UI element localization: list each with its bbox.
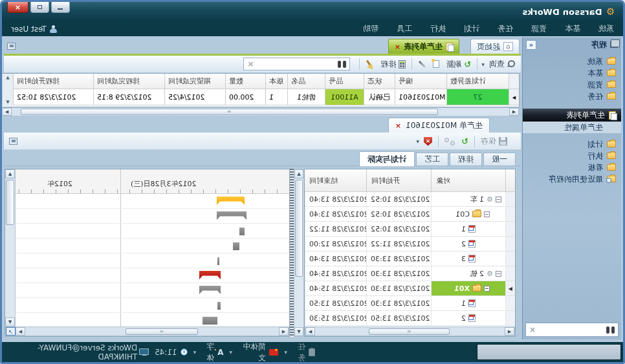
scroll-up-icon[interactable]: ▲ <box>5 169 15 178</box>
sidebar-search-input[interactable] <box>540 325 602 335</box>
cell-item-no[interactable]: A11001 <box>325 89 364 105</box>
menu-system[interactable]: 系统 <box>589 21 623 36</box>
sched-row[interactable]: −⚙2 铣 2012/3/28 13:30 2012/3/28 15:40 <box>305 266 515 281</box>
scroll-right-icon[interactable]: ▶ <box>305 327 315 336</box>
orders-vscrollbar[interactable]: ▲▼ <box>2 74 13 106</box>
menu-plan[interactable]: 计划 <box>455 21 488 36</box>
scroll-down-icon[interactable]: ▼ <box>294 327 303 336</box>
gantt-bar-task[interactable] <box>203 317 217 325</box>
col-object[interactable]: 对象 <box>431 169 505 191</box>
dropdown-icon[interactable]: ▼ <box>229 350 232 354</box>
status-font[interactable]: A 字体 ▼ <box>193 341 224 363</box>
scroll-right-icon[interactable]: ▶ <box>16 327 25 336</box>
cell-status[interactable]: 已确认 <box>364 89 395 105</box>
scroll-left-icon[interactable]: ◀ <box>279 327 289 336</box>
close-tab-icon[interactable]: × <box>395 43 400 51</box>
collapse-icon[interactable]: − <box>496 271 501 277</box>
query-dropdown-icon[interactable]: ▼ <box>481 62 485 67</box>
schedule-button[interactable]: 排程 <box>377 58 409 71</box>
sched-row[interactable]: 2 2012/3/28 11:22 2012/3/28 12:00 <box>305 237 515 252</box>
menu-basic[interactable]: 基本 <box>556 21 589 36</box>
refresh-button[interactable]: ↻ 刷新 <box>443 58 474 71</box>
col-start-time[interactable]: 开始时间 <box>366 169 431 191</box>
sched-row[interactable]: 2 2012/3/28 13:50 2012/3/28 15:30 <box>305 311 515 326</box>
menu-resource[interactable]: 资源 <box>522 21 556 36</box>
collapse-icon[interactable]: − <box>484 211 490 217</box>
sidebar-item-kanban[interactable]: 看板 <box>523 162 621 173</box>
sidebar-item-resource[interactable]: 资源 <box>523 79 621 91</box>
clear-filter-icon[interactable]: × <box>247 60 254 68</box>
status-task[interactable]: 任务 ▼ <box>284 341 315 363</box>
col-due[interactable]: 期望完成时间 <box>164 74 225 89</box>
minimize-button[interactable] <box>51 2 70 13</box>
scroll-thumb[interactable] <box>126 328 198 335</box>
cell-code[interactable]: M012031601 <box>395 89 446 105</box>
cell-sched-end[interactable]: 2012/3/29 8:15 <box>93 89 164 105</box>
sidebar-item-production-order-props[interactable]: 生产单属性 <box>523 122 621 133</box>
close-button[interactable]: × <box>7 2 28 13</box>
cell-due[interactable]: 2012/4/25 <box>164 89 225 105</box>
cell-version[interactable]: 1 <box>265 89 287 105</box>
save-button[interactable]: 保存 <box>477 134 510 148</box>
menu-help[interactable]: 帮助 <box>354 21 388 36</box>
tab-schedule[interactable]: 排程 <box>450 153 482 166</box>
tab-production-order-document[interactable]: 生产单 M012031601 × <box>388 118 490 133</box>
sidebar-item-execute[interactable]: 执行 <box>523 150 621 162</box>
col-end-time[interactable]: 结束时间 <box>305 169 366 191</box>
scroll-thumb[interactable] <box>369 328 450 335</box>
cell-plan-diff[interactable]: 27 <box>446 89 509 105</box>
sched-row[interactable]: −C01 2012/3/28 10:52 2012/3/28 13:40 <box>305 207 515 222</box>
scroll-down-icon[interactable]: ▼ <box>5 317 15 327</box>
sidebar-collapse-button[interactable]: « <box>526 40 536 50</box>
col-item-no[interactable]: 品号 <box>325 74 364 89</box>
col-qty[interactable]: 数量 <box>225 74 265 89</box>
tab-process[interactable]: 工艺 <box>416 153 448 166</box>
clear-button[interactable] <box>362 59 377 70</box>
sched-row[interactable]: −⚙1 车 2012/3/28 10:52 2012/3/28 13:40 <box>305 192 515 207</box>
tab-general[interactable]: 一般 <box>483 153 516 166</box>
maximize-button[interactable] <box>30 2 49 13</box>
sched-row-selected[interactable]: ▶ −X01 2012/3/28 13:30 2012/3/28 15:40 <box>305 281 515 296</box>
tab-start-page[interactable]: ⌂ 起始页 <box>470 39 520 54</box>
gantt-bar-task[interactable] <box>239 228 245 235</box>
filter-search-input[interactable] <box>258 59 335 69</box>
goto-task-icon[interactable]: ↗ <box>6 327 16 336</box>
sidebar-item-system[interactable]: 系统 <box>523 56 621 67</box>
sidebar-item-task[interactable]: 任务 <box>523 91 621 102</box>
collapse-icon[interactable]: − <box>496 197 501 202</box>
pane-splitter[interactable] <box>290 169 294 337</box>
menu-task[interactable]: 任务 <box>488 21 522 36</box>
orders-row[interactable]: ▸ 27 M012031601 已确认 A11001 齿轮1 1 200.00 … <box>2 89 519 105</box>
col-version[interactable]: 版本 <box>265 74 287 89</box>
menu-tools[interactable]: 工具 <box>388 21 421 36</box>
scroll-up-icon[interactable]: ▲ <box>294 169 303 178</box>
tab-plan-vs-actual[interactable]: 计划与实际 <box>359 151 415 166</box>
abort-dropdown-icon[interactable]: ▼ <box>416 139 419 144</box>
col-code[interactable]: 编号 <box>395 74 446 89</box>
status-language[interactable]: 简体中文 ▼ <box>229 341 278 363</box>
scroll-right-icon[interactable]: ▶ <box>2 108 12 116</box>
abort-button[interactable]: × <box>421 136 435 147</box>
collapse-icon[interactable]: − <box>484 286 490 292</box>
scroll-left-icon[interactable]: ◀ <box>509 108 519 116</box>
gantt-hscrollbar[interactable]: ◀ ▶ ↗ <box>5 327 289 336</box>
dropdown-icon[interactable]: ▼ <box>284 350 287 354</box>
schedule-vscrollbar[interactable]: ▲ ▼ <box>294 169 304 337</box>
col-item-name[interactable]: 品名 <box>287 74 325 89</box>
filter-search-box[interactable]: × <box>243 58 350 70</box>
gantt-bar-task[interactable] <box>217 257 219 265</box>
tab-production-order-list[interactable]: 生产单列表 × <box>388 39 459 54</box>
sidebar-search-box[interactable]: × <box>525 323 619 337</box>
scroll-thumb[interactable] <box>295 180 303 277</box>
undock-icon[interactable] <box>9 138 17 145</box>
clear-search-icon[interactable]: × <box>529 326 536 334</box>
query-button[interactable]: 查询 <box>486 58 518 71</box>
new-button[interactable] <box>430 59 443 69</box>
col-plan-diff[interactable]: 计划差异数 <box>446 74 509 89</box>
cell-qty[interactable]: 200.00 <box>225 89 265 105</box>
cell-sched-start[interactable]: 2012/3/28 10:52 <box>13 89 93 105</box>
sidebar-item-production-order-list[interactable]: 生产单列表 <box>523 109 621 122</box>
sched-row[interactable]: 1 2012/3/28 10:52 2012/3/28 11:22 <box>305 222 515 237</box>
scroll-left-icon[interactable]: ◀ <box>505 327 514 336</box>
schedule-hscrollbar[interactable]: ◀ ▶ <box>305 327 515 336</box>
